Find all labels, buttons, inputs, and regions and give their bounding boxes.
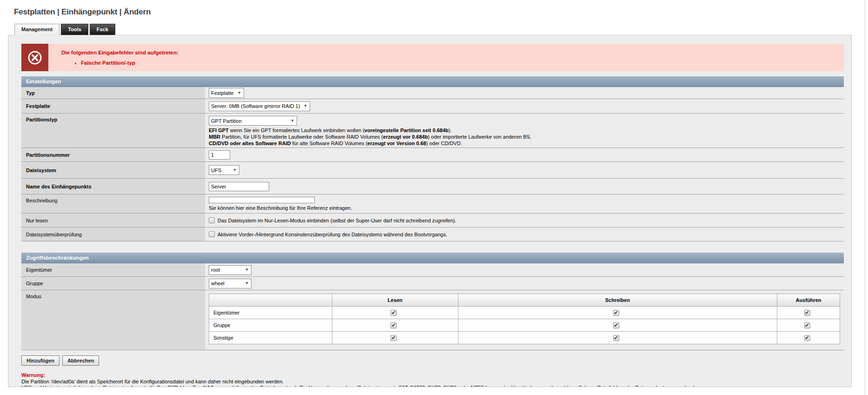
- modus-eigentuemer-lesen-checkbox[interactable]: [391, 310, 397, 316]
- hinzufuegen-button[interactable]: Hinzufügen: [21, 355, 60, 366]
- error-box: Die folgenden Eingabefehler sind aufgetr…: [21, 44, 844, 71]
- abbrechen-button[interactable]: Abbrechen: [62, 355, 99, 366]
- modus-row-gruppe: Gruppe: [209, 319, 840, 332]
- nur-lesen-checkbox[interactable]: [209, 217, 215, 223]
- row-fs-check: Dateisystemüberprüfung Aktiviere Vorder-…: [21, 228, 844, 241]
- row-festplatte: Festplatte Server: 0MB (Software gmirror…: [21, 99, 844, 114]
- mountname-label: Name des Einhängepunkts: [26, 184, 92, 189]
- row-mountname: Name des Einhängepunkts: [21, 179, 844, 194]
- typ-label: Typ: [26, 90, 35, 96]
- modus-table: Lesen Schreiben Ausführen Eigentümer Gru…: [209, 294, 840, 344]
- beschreibung-help: Sie können hier eine Beschreibung für Ih…: [209, 205, 352, 211]
- typ-select-wrap: Festplatte: [209, 88, 244, 98]
- modus-row-name: Sonstige: [209, 332, 332, 344]
- modus-row-name: Gruppe: [209, 319, 332, 332]
- row-eigentuemer: Eigentümer root: [21, 263, 844, 277]
- beschreibung-label: Beschreibung: [26, 198, 57, 203]
- eigentuemer-label: Eigentümer: [26, 267, 52, 273]
- fs-check-text: Aktiviere Vorder-/Hintergrund Konsinsten…: [218, 232, 447, 237]
- festplatte-select-wrap: Server: 0MB (Software gmirror RAID 1): [209, 101, 310, 111]
- dateisystem-label: Dateisystem: [26, 167, 56, 173]
- festplatte-select[interactable]: Server: 0MB (Software gmirror RAID 1): [209, 101, 310, 111]
- row-beschreibung: Beschreibung Sie können hier eine Beschr…: [21, 194, 844, 214]
- page-title: Festplatten | Einhängepunkt | Ändern: [14, 7, 151, 17]
- partitionsnummer-input[interactable]: [209, 150, 230, 160]
- modus-eigentuemer-ausfuehren-checkbox[interactable]: [804, 310, 810, 316]
- modus-sonstige-schreiben-checkbox[interactable]: [613, 335, 619, 341]
- partitionstyp-help-line-3: CD/DVD oder altes Software RAID für alte…: [209, 140, 531, 147]
- tab-management[interactable]: Management: [14, 24, 60, 35]
- warning-line-1: Die Partition '/dev/ad0a' dient als Spei…: [21, 379, 844, 385]
- dateisystem-select[interactable]: UFS: [209, 165, 239, 175]
- partitionsnummer-label: Partitionsnummer: [26, 152, 70, 158]
- partitionstyp-help-line-1: EFI GPT wenn Sie ein GPT formatiertes La…: [209, 127, 531, 134]
- modus-header-schreiben: Schreiben: [458, 294, 777, 307]
- modus-header-lesen: Lesen: [332, 294, 458, 307]
- warning-title: Warnung:: [21, 372, 844, 379]
- fs-check-checkbox[interactable]: [209, 231, 215, 237]
- row-partitionsnummer: Partitionsnummer: [21, 148, 844, 162]
- modus-sonstige-ausfuehren-checkbox[interactable]: [804, 335, 810, 341]
- error-heading: Die folgenden Eingabefehler sind aufgetr…: [61, 50, 179, 55]
- gruppe-select-wrap: wheel: [209, 279, 252, 288]
- partitionstyp-select[interactable]: GPT Partition: [209, 116, 297, 126]
- festplatte-label: Festplatte: [26, 103, 50, 109]
- error-icon-box: [21, 44, 48, 71]
- partitionstyp-help: EFI GPT wenn Sie ein GPT formatiertes La…: [209, 127, 531, 147]
- modus-label: Modus: [26, 294, 41, 299]
- row-nur-lesen: Nur lesen Das Dateisystem im Nur-Lesen-M…: [21, 214, 844, 228]
- nur-lesen-text: Das Dateisystem im Nur-Lesen-Modus einbi…: [218, 218, 457, 223]
- row-modus: Modus Lesen Schreiben Ausführen Eigentüm…: [21, 290, 844, 350]
- gruppe-select[interactable]: wheel: [209, 279, 252, 288]
- modus-header-ausfuehren: Ausführen: [777, 294, 840, 307]
- modus-sonstige-lesen-checkbox[interactable]: [391, 335, 397, 341]
- fs-check-label: Dateisystemüberprüfung: [26, 232, 82, 237]
- tab-bar: Management Tools Fsck: [14, 24, 117, 35]
- warning-block: Warnung: Die Partition '/dev/ad0a' dient…: [21, 372, 844, 387]
- section-header-zugriff: Zugriffsbeschränkungen: [21, 253, 844, 263]
- partitionstyp-label: Partitionstyp: [26, 117, 57, 122]
- mountname-input[interactable]: [209, 182, 269, 191]
- tab-fsck[interactable]: Fsck: [90, 24, 115, 35]
- modus-gruppe-schreiben-checkbox[interactable]: [613, 322, 619, 328]
- content-panel: Die folgenden Eingabefehler sind aufgetr…: [8, 35, 852, 387]
- modus-gruppe-ausfuehren-checkbox[interactable]: [804, 322, 810, 328]
- eigentuemer-select[interactable]: root: [209, 265, 252, 275]
- eigentuemer-select-wrap: root: [209, 265, 252, 275]
- modus-gruppe-lesen-checkbox[interactable]: [391, 322, 397, 328]
- modus-row-name: Eigentümer: [209, 307, 332, 319]
- section-header-einstellungen: Einstellungen: [21, 76, 844, 87]
- gruppe-label: Gruppe: [26, 281, 43, 286]
- error-item: Falsche Partition/-typ: [81, 60, 179, 66]
- modus-row-eigentuemer: Eigentümer: [209, 307, 840, 319]
- row-dateisystem: Dateisystem UFS: [21, 162, 844, 179]
- row-gruppe: Gruppe wheel: [21, 277, 844, 290]
- button-bar: Hinzufügen Abbrechen: [21, 355, 844, 366]
- dateisystem-select-wrap: UFS: [209, 165, 239, 175]
- tab-tools[interactable]: Tools: [61, 24, 88, 35]
- circle-x-icon: [27, 49, 43, 66]
- modus-header-empty: [209, 294, 332, 307]
- nur-lesen-label: Nur lesen: [26, 218, 48, 223]
- typ-select[interactable]: Festplatte: [209, 88, 244, 98]
- row-typ: Typ Festplatte: [21, 87, 844, 99]
- modus-row-sonstige: Sonstige: [209, 332, 840, 344]
- warning-line-2: UFS und Varianten sind die nativen Datei…: [21, 385, 844, 387]
- beschreibung-input[interactable]: [209, 197, 315, 203]
- error-content: Die folgenden Eingabefehler sind aufgetr…: [48, 44, 183, 71]
- row-partitionstyp: Partitionstyp GPT Partition EFI GPT wenn…: [21, 114, 844, 148]
- partitionstyp-select-wrap: GPT Partition: [209, 116, 297, 126]
- window-right-edge: [865, 0, 865, 395]
- partitionstyp-help-line-2: MBR Partition, für UFS formatierte Laufw…: [209, 134, 531, 140]
- modus-eigentuemer-schreiben-checkbox[interactable]: [613, 310, 619, 316]
